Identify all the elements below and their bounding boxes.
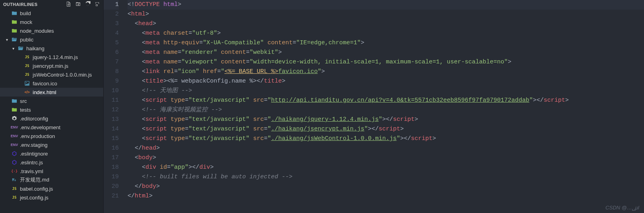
file-tree-item[interactable]: JSjquery-1.12.4.min.js (0, 53, 103, 61)
line-number: 8 (104, 67, 119, 77)
file-tree-item[interactable]: node_modules (0, 26, 103, 35)
file-tree-item[interactable]: src (0, 97, 103, 105)
file-tree-label: src (20, 98, 27, 104)
file-tree-item[interactable]: ENV.env.staging (0, 140, 103, 149)
svg-point-1 (26, 82, 27, 83)
code-line[interactable]: <script type="text/javascript" src="./ha… (128, 134, 644, 144)
code-line[interactable]: </html> (128, 191, 644, 201)
gear-icon (11, 115, 18, 122)
line-number: 5 (104, 38, 119, 48)
file-tree-label: tests (20, 107, 31, 113)
file-tree-item[interactable]: build (0, 9, 103, 18)
code-line[interactable]: <meta name="renderer" content="webkit"> (128, 48, 644, 57)
file-tree-item[interactable]: ▾haikang (0, 44, 103, 53)
markdown-icon: M↓ (11, 177, 18, 183)
line-number: 11 (104, 96, 119, 105)
line-number: 18 (104, 163, 119, 172)
code-line[interactable]: <!-- 天地图 --> (128, 86, 644, 96)
file-tree-item[interactable]: JSjest.config.js (0, 193, 103, 202)
env-icon: ENV (11, 124, 18, 130)
code-line[interactable]: <html> (128, 10, 644, 19)
file-tree-item[interactable]: mock (0, 18, 103, 26)
env-icon: ENV (11, 133, 18, 139)
code-line[interactable]: <script type="text/javascript" src="http… (128, 96, 644, 105)
code-editor[interactable]: 123456789101112131415161718192021 <!DOCT… (104, 0, 644, 213)
file-tree-item[interactable]: favicon.ico (0, 79, 103, 88)
file-tree-item[interactable]: JSjsencrypt.min.js (0, 61, 103, 70)
project-title: OUTHAIRLINES (3, 2, 37, 7)
code-line[interactable]: <script type="text/javascript" src="./ha… (128, 124, 644, 134)
file-tree-label: jest.config.js (20, 195, 49, 201)
sidebar-header: OUTHAIRLINES (0, 0, 103, 9)
new-file-icon[interactable] (66, 1, 71, 8)
yaml-icon: {·} (11, 168, 18, 174)
folder-open-icon (18, 45, 24, 51)
folder-icon (11, 106, 18, 113)
file-tree-item[interactable]: JSbabel.config.js (0, 184, 103, 193)
code-line[interactable]: <meta charset="utf-8"> (128, 29, 644, 38)
code-area[interactable]: <!DOCTYPE html><html> <head> <meta chars… (126, 0, 644, 213)
folder-icon (11, 10, 18, 16)
folder-icon (11, 28, 18, 34)
file-tree-label: public (20, 37, 33, 43)
code-line[interactable]: </body> (128, 182, 644, 191)
file-tree-label: babel.config.js (20, 186, 53, 192)
file-tree-item[interactable]: .eslintignore (0, 149, 103, 158)
collapse-all-icon[interactable] (94, 1, 100, 8)
code-line[interactable]: <meta name="viewport" content="width=dev… (128, 57, 644, 67)
line-number: 2 (104, 10, 119, 19)
code-line[interactable]: <div id="app"></div> (128, 163, 644, 172)
file-tree-label: .eslintignore (20, 151, 48, 157)
code-line[interactable]: <title><%= webpackConfig.name %></title> (128, 77, 644, 86)
file-tree-item[interactable]: </>index.html (0, 88, 103, 97)
file-tree-item[interactable]: .editorconfig (0, 114, 103, 123)
file-tree-item[interactable]: ▾public (0, 35, 103, 44)
code-line[interactable]: <link rel="icon" href="<%= BASE_URL %>fa… (128, 67, 644, 77)
folder-open-icon (11, 36, 18, 43)
file-tree-label: jquery-1.12.4.min.js (33, 54, 78, 60)
folder-icon (11, 19, 18, 25)
js-icon: JS (11, 185, 18, 192)
code-line[interactable]: <head> (128, 19, 644, 29)
env-icon: ENV (11, 142, 18, 148)
file-tree-label: jsencrypt.min.js (33, 63, 69, 69)
file-tree-label: node_modules (20, 28, 54, 34)
line-number: 15 (104, 134, 119, 144)
file-tree-label: jsWebControl-1.0.0.min.js (33, 72, 92, 78)
file-tree-label: .editorconfig (20, 116, 48, 122)
line-number: 10 (104, 86, 119, 96)
line-number: 21 (104, 191, 119, 201)
code-line[interactable]: <meta http-equiv="X-UA-Compatible" conte… (128, 38, 644, 48)
code-line[interactable]: <script type="text/javascript" src="./ha… (128, 115, 644, 124)
js-icon: JS (24, 63, 30, 69)
code-line[interactable]: <body> (128, 153, 644, 163)
file-tree-label: .env.staging (20, 142, 47, 148)
line-number: 19 (104, 172, 119, 182)
sidebar-actions (66, 1, 100, 8)
code-line[interactable]: </head> (128, 144, 644, 153)
file-tree-item[interactable]: JSjsWebControl-1.0.0.min.js (0, 70, 103, 79)
file-tree-item[interactable]: .eslintrc.js (0, 158, 103, 167)
file-tree-item[interactable]: tests (0, 105, 103, 114)
line-number: 4 (104, 29, 119, 38)
file-tree-item[interactable]: ENV.env.development (0, 123, 103, 132)
line-number-gutter: 123456789101112131415161718192021 (104, 0, 126, 213)
code-line[interactable]: <!-- 海康实时视频监控 --> (128, 105, 644, 115)
chevron-down-icon: ▾ (11, 46, 15, 51)
line-number: 13 (104, 115, 119, 124)
file-tree-label: index.html (33, 89, 56, 95)
file-tree-item[interactable]: M↓开发规范.md (0, 176, 103, 184)
file-tree-item[interactable]: ENV.env.production (0, 132, 103, 140)
code-line[interactable]: <!DOCTYPE html> (128, 0, 644, 10)
file-tree-item[interactable]: {·}.travis.yml (0, 167, 103, 176)
refresh-icon[interactable] (85, 1, 90, 8)
line-number: 6 (104, 48, 119, 57)
line-number: 12 (104, 105, 119, 115)
line-number: 17 (104, 153, 119, 163)
file-tree[interactable]: buildmocknode_modules▾public▾haikangJSjq… (0, 9, 103, 213)
file-tree-label: .env.development (20, 124, 61, 130)
line-number: 14 (104, 124, 119, 134)
line-number: 16 (104, 144, 119, 153)
new-folder-icon[interactable] (75, 1, 81, 8)
code-line[interactable]: <!-- built files will be auto injected -… (128, 172, 644, 182)
